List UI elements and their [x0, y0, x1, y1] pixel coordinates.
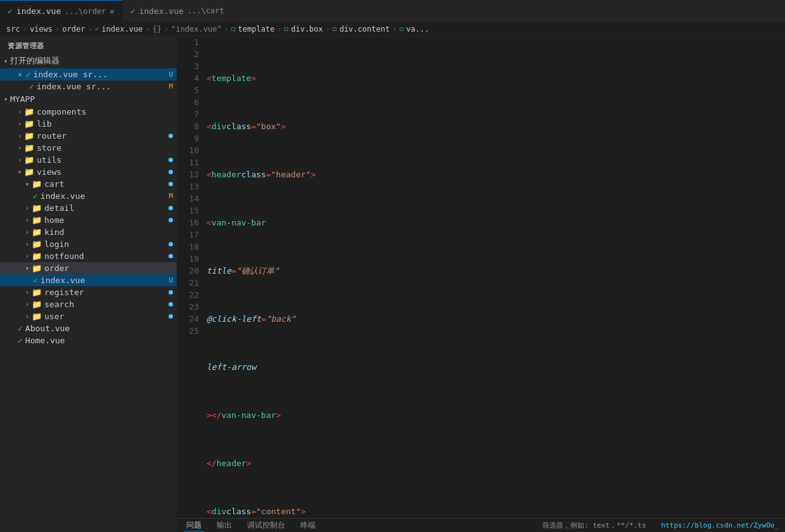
sep9: › [392, 25, 397, 34]
sidebar-file-home-vue[interactable]: ✓ Home.vue [0, 334, 177, 346]
dot-utils [169, 158, 173, 162]
sidebar-item-login[interactable]: › 📁 login [0, 238, 177, 250]
badge-u-order: U [169, 276, 173, 284]
sidebar-item-kind[interactable]: › 📁 kind [0, 226, 177, 238]
sidebar-item-home[interactable]: › 📁 home [0, 214, 177, 226]
register-label: register [44, 288, 84, 297]
opened-editors-header[interactable]: ▾ 打开的编辑器 [0, 53, 177, 68]
sidebar-item-user[interactable]: › 📁 user [0, 310, 177, 322]
folder-icon: 📁 [24, 107, 34, 117]
breadcrumb-template: template [238, 25, 275, 34]
dot-router [169, 134, 173, 138]
search-label: search [44, 300, 74, 309]
myapp-label: MYAPP [10, 94, 35, 104]
vue-icon: ✓ [8, 6, 13, 16]
breadcrumb-divcontent: div.content [340, 25, 390, 34]
close-icon[interactable]: ✕ [18, 70, 22, 79]
chevron-search-icon: › [25, 301, 29, 308]
breadcrumb-string: "index.vue" [171, 25, 221, 34]
sidebar-item-utils[interactable]: › 📁 utils [0, 154, 177, 166]
badge-u-1: U [169, 70, 173, 79]
chevron-cart-icon: ▾ [25, 180, 29, 187]
vue-icon-order: ✓ [33, 276, 38, 285]
tab-cart-index[interactable]: ✓ index.vue ...\cart [123, 0, 233, 22]
code-line-10: <div class="content"> [207, 505, 782, 517]
code-line-3: <header class="header"> [207, 168, 782, 180]
tab-close-1[interactable]: ✕ [110, 7, 114, 16]
cart-folder-icon: 📁 [32, 179, 42, 189]
kind-folder-icon: 📁 [32, 227, 42, 237]
dot-search [169, 302, 173, 307]
code-line-9: </header> [207, 457, 782, 469]
sep4: › [145, 25, 150, 34]
chevron-user-icon: › [25, 313, 29, 320]
template-icon: ◻ [231, 25, 236, 33]
login-label: login [44, 239, 69, 249]
sidebar-item-views[interactable]: ▾ 📁 views [0, 166, 177, 178]
vue-breadcrumb-icon: ✓ [95, 25, 99, 33]
sidebar-file-cart-index-vue[interactable]: ✓ index.vue M [0, 190, 177, 202]
chevron-myapp-icon: ▾ [4, 96, 8, 103]
sidebar: 资源管理器 ▾ 打开的编辑器 ✕ ✓ index.vue sr... U ✓ i… [0, 36, 177, 532]
router-folder-icon: 📁 [24, 131, 34, 141]
utils-label: utils [37, 155, 61, 165]
search-folder-icon: 📁 [32, 300, 42, 309]
breadcrumb: src › views › order › ✓ index.vue › {} ›… [0, 22, 785, 36]
sidebar-file-order-index-vue[interactable]: ✓ index.vue U [0, 274, 177, 286]
code-line-5: title="确认订单" [207, 265, 782, 277]
terminal-tab-debug[interactable]: 调试控制台 [245, 520, 288, 531]
sep2: › [55, 25, 60, 34]
terminal-tab-problems[interactable]: 问题 [184, 520, 204, 531]
editor-area: 12345 678910 1112131415 1617181920 21222… [177, 36, 785, 532]
about-label: About.vue [25, 324, 70, 333]
code-editor[interactable]: <template> <div class="box"> <header cla… [204, 36, 785, 518]
dot-register [169, 290, 173, 294]
breadcrumb-src: src [6, 25, 20, 34]
myapp-section-header[interactable]: ▾ MYAPP [0, 92, 177, 106]
vue-icon-cart: ✓ [33, 191, 38, 201]
sidebar-item-cart[interactable]: ▾ 📁 cart [0, 178, 177, 190]
code-line-4: <van-nav-bar [207, 217, 782, 229]
sidebar-item-register[interactable]: › 📁 register [0, 286, 177, 298]
sidebar-item-notfound[interactable]: › 📁 notfound [0, 250, 177, 262]
sep7: › [277, 25, 281, 34]
opened-editors-label: 打开的编辑器 [10, 55, 60, 66]
terminal-tab-output[interactable]: 输出 [214, 520, 234, 531]
terminal-tab-terminal[interactable]: 终端 [298, 520, 318, 531]
sidebar-item-search[interactable]: › 📁 search [0, 298, 177, 310]
sidebar-item-detail[interactable]: › 📁 detail [0, 202, 177, 214]
code-container[interactable]: 12345 678910 1112131415 1617181920 21222… [177, 36, 785, 518]
sidebar-file-order-index-active[interactable]: ✕ ✓ index.vue sr... U [0, 68, 177, 80]
sidebar-item-store[interactable]: › 📁 store [0, 142, 177, 154]
views-label: views [37, 167, 61, 177]
home-vue-label: Home.vue [25, 336, 65, 345]
user-label: user [44, 312, 64, 321]
sidebar-item-lib[interactable]: › 📁 lib [0, 118, 177, 130]
code-line-1: <template> [207, 72, 782, 84]
sidebar-item-router[interactable]: › 📁 router [0, 130, 177, 142]
store-label: store [37, 143, 61, 153]
dot-views [169, 170, 173, 174]
breadcrumb-order: order [62, 25, 85, 34]
sidebar-file-cart-index[interactable]: ✓ index.vue sr... M [0, 80, 177, 92]
sidebar-item-order[interactable]: ▾ 📁 order [0, 262, 177, 274]
tab-bar: ✓ index.vue ...\order ✕ ✓ index.vue ...\… [0, 0, 785, 22]
terminal-filter-hint: 筛选器，例如: text，**/*.ts [542, 521, 646, 530]
dot-detail [169, 206, 173, 210]
dot-user [169, 314, 173, 319]
sidebar-item-components[interactable]: › 📁 components [0, 106, 177, 118]
breadcrumb-divbox: div.box [291, 25, 323, 34]
sidebar-file-order-label: index.vue sr... [33, 70, 107, 79]
login-folder-icon: 📁 [32, 239, 42, 249]
chevron-order-icon: ▾ [25, 265, 29, 272]
home-label: home [44, 215, 64, 225]
sidebar-file-about[interactable]: ✓ About.vue [0, 322, 177, 334]
lib-label: lib [37, 119, 51, 129]
sep1: › [23, 25, 27, 34]
tab-order-index[interactable]: ✓ index.vue ...\order ✕ [0, 0, 123, 22]
register-folder-icon: 📁 [32, 288, 42, 297]
breadcrumb-views: views [30, 25, 53, 34]
router-label: router [37, 131, 67, 141]
badge-m-1: M [169, 82, 173, 91]
detail-folder-icon: 📁 [32, 203, 42, 213]
